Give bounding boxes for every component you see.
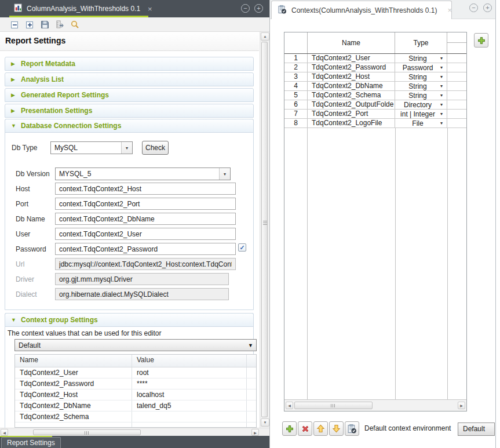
search-icon[interactable] <box>70 19 81 30</box>
db-type-select[interactable]: MySQL ▾ <box>50 141 133 154</box>
user-field[interactable] <box>55 228 236 240</box>
section-analysis-list[interactable]: ▶ Analysis List <box>5 72 254 86</box>
column-header-value[interactable]: Value <box>132 355 247 367</box>
tab-report-settings[interactable]: Report Settings <box>1 437 61 448</box>
context-type-cell[interactable]: File▾ <box>395 119 447 128</box>
context-type-cell[interactable]: String▾ <box>395 82 447 90</box>
name-cell[interactable]: TdqContext2_User <box>15 367 132 378</box>
name-cell[interactable]: TdqContext2_DbName <box>15 400 132 411</box>
context-name-cell[interactable]: TdqContext2_LogoFile <box>308 119 395 128</box>
chevron-down-icon[interactable]: ▼ <box>245 340 256 351</box>
context-type-cell[interactable]: String▾ <box>395 91 447 100</box>
password-context-checkbox[interactable]: ✓ <box>238 243 246 252</box>
context-name-cell[interactable]: TdqContext2_Host <box>308 72 395 81</box>
chevron-down-icon[interactable]: ▾ <box>440 121 447 126</box>
context-row[interactable]: 6 TdqContext2_OutputFolde Directory▾ <box>284 100 466 110</box>
db-name-field[interactable] <box>55 213 236 225</box>
close-icon[interactable]: × <box>148 5 152 13</box>
value-cell[interactable]: **** <box>132 378 247 389</box>
value-cell[interactable]: talend_dq5 <box>132 400 247 411</box>
check-button[interactable]: Check <box>142 141 169 155</box>
context-name-cell[interactable]: TdqContext2_Port <box>308 110 395 118</box>
chevron-down-icon[interactable]: ▾ <box>440 83 447 89</box>
context-row[interactable]: 1 TdqContext2_User String▾ <box>284 54 466 63</box>
minimize-icon[interactable]: − <box>469 3 478 12</box>
context-type-cell[interactable]: String▾ <box>395 54 447 63</box>
port-field[interactable] <box>55 198 236 210</box>
scroll-left-button[interactable]: ◀ <box>286 402 293 409</box>
chevron-down-icon[interactable]: ▾ <box>440 56 447 61</box>
value-cell[interactable]: localhost <box>132 389 247 400</box>
move-down-button[interactable] <box>329 421 344 436</box>
name-cell[interactable]: TdqContext2_Password <box>15 378 132 389</box>
chevron-down-icon[interactable]: ▾ <box>121 142 132 154</box>
name-cell[interactable]: TdqContext2_Host <box>15 389 132 400</box>
scroll-down-button[interactable]: ▼ <box>261 418 269 427</box>
scroll-up-button[interactable]: ▲ <box>261 32 269 41</box>
section-generated-report-settings[interactable]: ▶ Generated Report Settings <box>5 88 254 102</box>
password-field[interactable] <box>55 243 236 255</box>
context-row[interactable]: 2 TdqContext2_Password Password▾ <box>284 63 466 72</box>
move-up-button[interactable] <box>313 421 328 436</box>
db-version-select[interactable]: MYSQL_5 ▾ <box>55 167 231 180</box>
context-name-cell[interactable]: TdqContext2_Schema <box>308 91 395 100</box>
close-icon[interactable]: × <box>447 6 452 14</box>
context-row[interactable]: 3 TdqContext2_Host String▾ <box>284 72 466 82</box>
name-cell[interactable]: TdqContext2_Schema <box>15 411 132 422</box>
value-cell[interactable] <box>132 411 247 422</box>
section-report-metadata[interactable]: ▶ Report Metadata <box>5 57 254 71</box>
chevron-down-icon[interactable]: ▾ <box>440 74 447 79</box>
column-header-name[interactable]: Name <box>308 32 395 53</box>
context-name-cell[interactable]: TdqContext2_Password <box>308 63 395 72</box>
scroll-left-button[interactable]: ◀ <box>1 429 8 436</box>
tab-contexts[interactable]: Contexts(ColumnAnalysis_WithThresholds 0… <box>271 1 452 19</box>
table-row[interactable]: TdqContext2_User root <box>15 367 256 378</box>
collapse-all-button[interactable] <box>9 19 20 30</box>
chevron-down-icon[interactable]: ▾ <box>440 111 447 116</box>
context-type-cell[interactable]: Directory▾ <box>395 100 447 109</box>
section-context-group-settings[interactable]: ▼ Context group Settings <box>5 313 254 327</box>
scrollbar-thumb[interactable] <box>261 42 268 417</box>
chevron-down-icon[interactable]: ▾ <box>219 168 230 180</box>
save-button[interactable] <box>39 19 50 30</box>
tab-column-analysis[interactable]: ColumnAnalysis_WithThresholds 0.1 × <box>9 1 157 16</box>
context-row[interactable]: 4 TdqContext2_DbName String▾ <box>284 82 466 91</box>
minimize-icon[interactable]: − <box>241 4 250 13</box>
column-header-type[interactable]: Type <box>395 32 447 53</box>
section-presentation-settings[interactable]: ▶ Presentation Settings <box>5 104 254 118</box>
table-row[interactable]: TdqContext2_Schema <box>15 411 256 422</box>
context-name-cell[interactable]: TdqContext2_DbName <box>308 82 395 90</box>
scrollbar-thumb[interactable] <box>33 429 141 435</box>
context-row[interactable]: 5 TdqContext2_Schema String▾ <box>284 91 466 100</box>
column-header-name[interactable]: Name <box>15 355 132 367</box>
chevron-down-icon[interactable]: ▾ <box>440 93 447 98</box>
context-name-cell[interactable]: TdqContext2_User <box>308 54 395 63</box>
table-horizontal-scrollbar[interactable]: ◀ ▶ <box>284 399 466 411</box>
table-row[interactable]: TdqContext2_Host localhost <box>15 389 256 400</box>
value-cell[interactable]: root <box>132 367 247 378</box>
horizontal-scrollbar[interactable]: ◀ ▶ <box>0 428 269 436</box>
host-field[interactable] <box>55 183 236 195</box>
default-environment-button[interactable]: Default <box>458 422 495 436</box>
context-group-select[interactable]: Default ▼ <box>14 339 257 351</box>
context-row[interactable]: 8 TdqContext2_LogoFile File▾ <box>284 119 466 128</box>
scroll-right-button[interactable]: ▶ <box>251 429 259 436</box>
run-report-button[interactable] <box>54 19 65 30</box>
context-row[interactable]: 7 TdqContext2_Port int | Integer▾ <box>284 110 466 119</box>
chevron-down-icon[interactable]: ▾ <box>440 102 447 107</box>
context-name-cell[interactable]: TdqContext2_OutputFolde <box>308 100 395 109</box>
scrollbar-thumb[interactable] <box>294 402 373 409</box>
table-row[interactable]: TdqContext2_DbName talend_dq5 <box>15 400 256 411</box>
vertical-scrollbar[interactable]: ▲ ▼ <box>260 32 269 428</box>
section-database-connection-settings[interactable]: ▼ Database Connection Settings <box>5 119 254 133</box>
context-type-cell[interactable]: Password▾ <box>395 63 447 72</box>
add-context-button[interactable] <box>474 33 488 48</box>
manage-contexts-button[interactable] <box>345 421 359 436</box>
context-type-cell[interactable]: int | Integer▾ <box>395 110 447 118</box>
delete-row-button[interactable] <box>298 421 312 436</box>
chevron-down-icon[interactable]: ▾ <box>440 65 447 70</box>
maximize-icon[interactable]: + <box>483 3 492 12</box>
context-type-cell[interactable]: String▾ <box>395 72 447 81</box>
maximize-icon[interactable]: + <box>254 4 263 13</box>
table-row[interactable]: TdqContext2_Password **** <box>15 378 256 389</box>
